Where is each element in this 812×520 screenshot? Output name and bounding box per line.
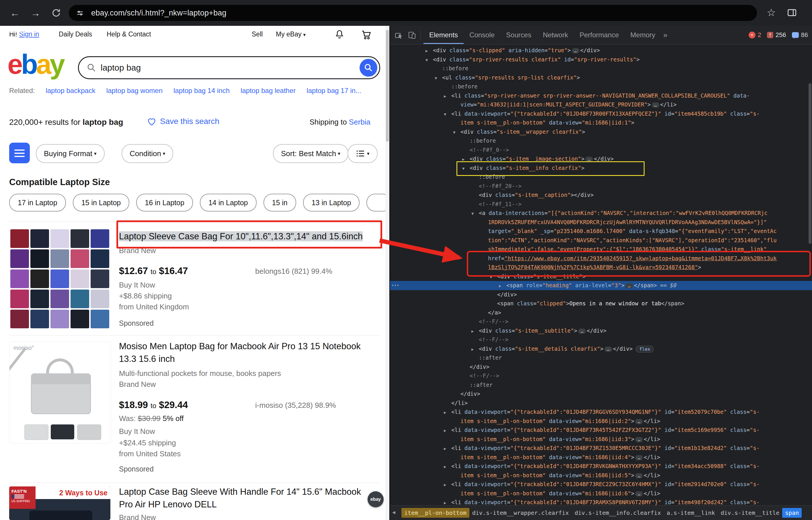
href-link-value[interactable]: lBzSljTQ%2F04TAK900Njh%2F%7Ctkp%3ABFBM-v… (488, 264, 698, 270)
error-counter[interactable]: × 2 (749, 31, 761, 39)
collapsed-content-ellipsis[interactable]: … (635, 419, 643, 424)
collapsed-content-ellipsis[interactable]: … (635, 437, 643, 442)
seller-rating[interactable]: belongs16 (821) 99.4% (255, 267, 332, 276)
code-line[interactable]: ▶<span role="heading" aria-level="3">…</… (390, 281, 812, 290)
code-line[interactable]: ▶<li data-viewport="{"trackableId":"01JD… (390, 444, 812, 453)
bookmark-star-icon[interactable]: ☆ (764, 6, 778, 20)
condition-dropdown[interactable]: Condition▾ (121, 144, 173, 163)
warning-counter[interactable]: ! 256 (767, 31, 786, 39)
code-line[interactable]: ▼<div class="s-item__wrapper clearfix"> (390, 127, 812, 137)
code-line[interactable]: <!--F#f_11--> (390, 200, 812, 209)
breadcrumb-item[interactable]: div.s-item__wrapper.clearfix (469, 508, 572, 518)
more-tabs-chevron[interactable]: » (661, 31, 670, 40)
code-line[interactable]: ▼<ul class="srp-results srp-list clearfi… (390, 73, 812, 82)
breadcrumb-item[interactable]: span (782, 508, 802, 518)
code-line[interactable]: shImmediately":false,"eventProperty":{"$… (390, 245, 812, 254)
size-filter-pill[interactable] (366, 194, 385, 211)
sort-dropdown[interactable]: Sort: Best Match▾ (273, 144, 348, 163)
related-link[interactable]: laptop bag women (106, 87, 163, 95)
scrollbar-thumb[interactable] (386, 30, 389, 142)
shipping-country-link[interactable]: Serbia (349, 118, 370, 126)
ebay-logo[interactable]: ebay (7, 51, 63, 78)
disclosure-arrow-icon[interactable]: ▼ (435, 74, 442, 83)
code-line[interactable]: ▶<li data-viewport="{"trackableId":"01JD… (390, 425, 812, 435)
related-link[interactable]: laptop backpack (46, 87, 95, 95)
code-line[interactable]: ▶<li class="srp-river-answer srp-river-a… (390, 91, 812, 100)
code-line[interactable]: view="mi:43632|iid:1|scen:MULTI_ASPECT_G… (390, 100, 812, 109)
size-filter-pill[interactable]: 15 in Laptop (73, 194, 130, 211)
code-line[interactable]: item s-item__pl-on-bottom" data-view="mi… (390, 453, 812, 462)
code-line[interactable]: ▶<li data-viewport="{"trackableId":"01JD… (390, 408, 812, 417)
devtools-tab-console[interactable]: Console (464, 26, 500, 44)
reload-button[interactable] (49, 6, 63, 20)
disclosure-arrow-icon[interactable]: ▼ (425, 56, 433, 65)
code-line[interactable]: </div> (390, 389, 812, 398)
daily-deals-link[interactable]: Daily Deals (59, 30, 92, 38)
code-line[interactable]: <!--F/--> (390, 371, 812, 381)
listing-image[interactable]: 2 Ways to Use FAST'N US SHIPPING (9, 487, 110, 520)
code-line[interactable]: ▶<div class="s-item__image-section">…</d… (390, 154, 812, 163)
devtools-tab-memory[interactable]: Memory (625, 26, 661, 44)
disclosure-arrow-icon[interactable]: ▼ (462, 164, 470, 173)
code-line[interactable]: ::before (390, 136, 812, 146)
code-line[interactable]: lBzSljTQ%2F04TAK900Njh%2F%7Ctkp%3ABFBM-v… (390, 263, 812, 272)
collapsed-content-ellipsis[interactable]: … (605, 347, 612, 352)
disclosure-arrow-icon[interactable]: ▶ (444, 462, 451, 471)
breadcrumb-scroll-left[interactable]: ◀ (392, 509, 395, 515)
code-line[interactable]: target="_blank" _sp="p2351460.m1686.l740… (390, 227, 812, 236)
collapsed-content-ellipsis[interactable]: … (635, 455, 643, 460)
disclosure-arrow-icon[interactable]: ▶ (425, 47, 433, 56)
code-line[interactable]: 1RDROVk5ZRUFEMFcxUVA4NVQ0MDFKRDRCRjczUjA… (390, 218, 812, 227)
code-line[interactable]: </li> (390, 398, 812, 408)
scrollbar-thumb[interactable] (809, 83, 811, 244)
notifications-bell-icon[interactable] (334, 29, 345, 40)
listing-title[interactable]: Mosiso Men Laptop Bag for Macbook Air Pr… (119, 340, 371, 365)
disclosure-arrow-icon[interactable]: ▶ (444, 408, 451, 417)
code-line[interactable]: </a> (390, 308, 812, 317)
code-line[interactable]: ▼<a data-interactions="[{"actionKind":"N… (390, 209, 812, 218)
code-line[interactable]: ▼<div class="srp-river-results clearfix"… (390, 55, 812, 64)
code-line[interactable]: ▼<div class="s-item__info clearfix"> (390, 163, 812, 173)
disclosure-arrow-icon[interactable]: ▶ (444, 480, 451, 490)
code-line[interactable]: <span class="clipped">Opens in a new win… (390, 299, 812, 308)
breadcrumb-item[interactable]: div.s-item__info.clearfix (572, 508, 664, 518)
disclosure-arrow-icon[interactable]: ▶ (499, 282, 506, 291)
devtools-tab-elements[interactable]: Elements (423, 26, 464, 44)
seller-rating[interactable]: i-mosiso (35,228) 98.9% (255, 401, 336, 410)
url-text[interactable]: ebay.com/sch/i.html?_nkw=laptop+bag (91, 8, 226, 18)
listing-image[interactable] (9, 228, 110, 330)
breadcrumb-item[interactable]: item__pl-on-bottom (401, 508, 469, 518)
disclosure-arrow-icon[interactable]: ▼ (471, 209, 479, 218)
listing-title[interactable]: Laptop Sleeve Case Bag For 10",11.6",13.… (119, 230, 363, 243)
collapsed-content-ellipsis[interactable]: … (572, 48, 579, 53)
code-line[interactable]: item s-item__pl-on-bottom" data-view="mi… (390, 435, 812, 444)
disclosure-arrow-icon[interactable]: ▼ (444, 110, 451, 119)
code-line[interactable]: item s-item__pl-on-bottom" data-view="mi… (390, 489, 812, 498)
collapsed-content-ellipsis[interactable]: … (586, 157, 593, 162)
devtools-tab-performance[interactable]: Performance (574, 26, 624, 44)
collapsed-content-ellipsis[interactable]: … (652, 102, 659, 108)
code-line[interactable]: <!--F/--> (390, 317, 812, 326)
code-line[interactable]: ::before (390, 64, 812, 73)
toolbar-extra-icon[interactable] (787, 7, 797, 18)
device-toolbar-icon[interactable] (408, 31, 416, 39)
back-button[interactable]: ← (8, 6, 22, 20)
code-line[interactable]: ::before (390, 82, 812, 91)
url-bar[interactable]: ebay.com/sch/i.html?_nkw=laptop+bag (69, 5, 757, 21)
issues-counter[interactable]: 86 (792, 31, 808, 39)
ebay-feedback-fab[interactable]: ebay (368, 491, 384, 508)
breadcrumb-item[interactable]: a.s-item__link (664, 508, 718, 518)
collapsed-content-ellipsis[interactable]: … (635, 491, 643, 496)
related-link[interactable]: laptop bag 14 inch (173, 87, 230, 95)
code-line[interactable]: ▶<div class="s-item__details clearfix">…… (390, 344, 812, 354)
size-filter-pill[interactable]: 16 in Laptop (136, 194, 193, 211)
disclosure-arrow-icon[interactable]: ▶ (462, 155, 470, 164)
disclosure-arrow-icon[interactable]: ▶ (444, 92, 451, 101)
devtools-tab-sources[interactable]: Sources (500, 26, 537, 44)
disclosure-arrow-icon[interactable]: ▶ (471, 345, 479, 354)
code-line[interactable]: ▶<div class="s-item__subtitle">…</div> (390, 326, 812, 336)
disclosure-arrow-icon[interactable]: ▼ (453, 128, 460, 137)
sell-link[interactable]: Sell (252, 30, 263, 38)
code-line[interactable]: ::after (390, 381, 812, 390)
code-line[interactable]: ▶<li data-viewport="{"trackableId":"01JD… (390, 462, 812, 471)
